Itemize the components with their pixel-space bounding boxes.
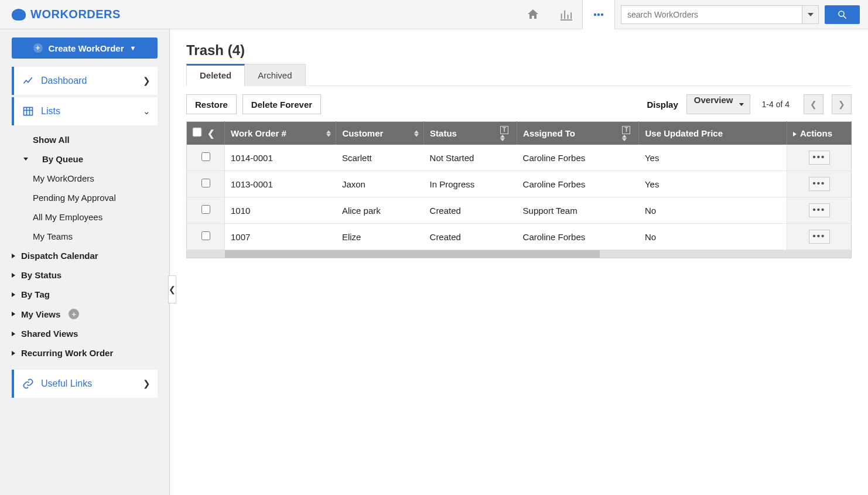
tab-archived[interactable]: Archived — [245, 64, 305, 86]
subnav-by-status[interactable]: By Status — [12, 265, 158, 285]
brand-logo-icon — [12, 9, 26, 21]
restore-button[interactable]: Restore — [186, 94, 237, 114]
nav-useful-links[interactable]: Useful Links ❯ — [12, 370, 158, 398]
col-select: ❮ — [187, 122, 225, 145]
table-horizontal-scrollbar[interactable] — [186, 250, 852, 258]
table-row[interactable]: 1007ElizeCreatedCaroline ForbesNo••• — [187, 224, 852, 250]
subnav-queue-item[interactable]: My WorkOrders — [12, 169, 158, 188]
delete-forever-button[interactable]: Delete Forever — [242, 94, 321, 114]
table-row[interactable]: 1013-0001JaxonIn ProgressCaroline Forbes… — [187, 171, 852, 197]
cell-status: In Progress — [424, 171, 517, 197]
nav-dashboard[interactable]: Dashboard ❯ — [12, 67, 158, 95]
col-updated-price[interactable]: Use Updated Price — [639, 122, 787, 145]
svg-point-0 — [594, 13, 596, 15]
select-all-checkbox[interactable] — [192, 127, 202, 137]
table-row[interactable]: 1014-0001ScarlettNot StartedCaroline For… — [187, 145, 852, 171]
display-select[interactable]: Overview — [686, 94, 750, 114]
cell-updated-price: No — [639, 197, 787, 224]
table-row[interactable]: 1010Alice parkCreatedSupport TeamNo••• — [187, 197, 852, 224]
brand-name: WORKORDERS — [30, 8, 121, 21]
sort-icon — [414, 130, 419, 136]
subnav-by-tag[interactable]: By Tag — [12, 285, 158, 304]
col-workorder[interactable]: Work Order # — [225, 122, 336, 145]
tab-deleted[interactable]: Deleted — [186, 64, 245, 86]
row-menu-button[interactable]: ••• — [809, 177, 830, 191]
nav-dashboard-label: Dashboard — [41, 76, 87, 86]
chevron-right-icon[interactable] — [793, 132, 797, 136]
topbar: WORKORDERS — [0, 0, 868, 29]
search — [621, 5, 860, 24]
pager-prev[interactable]: ❮ — [804, 94, 823, 114]
cell-actions: ••• — [787, 171, 852, 197]
chevron-left-icon[interactable]: ❮ — [207, 128, 215, 138]
cell-actions: ••• — [787, 197, 852, 224]
subnav-my-views[interactable]: My Views+ — [12, 304, 158, 324]
filter-icon: T — [622, 126, 630, 134]
svg-line-4 — [843, 16, 846, 19]
subnav-queue-item[interactable]: Pending My Approval — [12, 188, 158, 207]
cell-customer: Alice park — [336, 197, 424, 224]
subnav-recurring[interactable]: Recurring Work Order — [12, 343, 158, 363]
row-select — [187, 224, 225, 250]
cell-customer: Jaxon — [336, 171, 424, 197]
col-assigned[interactable]: Assigned ToT — [517, 122, 639, 145]
sort-icon: T — [500, 126, 512, 141]
chevron-right-icon — [12, 254, 15, 258]
subnav-queue-item[interactable]: My Teams — [12, 227, 158, 246]
chevron-right-icon — [12, 292, 15, 297]
tabs: Deleted Archived — [186, 63, 852, 86]
add-view-icon[interactable]: + — [69, 309, 79, 319]
cell-status: Created — [424, 197, 517, 224]
cell-updated-price: Yes — [639, 171, 787, 197]
dashboard-icon — [22, 75, 34, 87]
row-checkbox[interactable] — [201, 231, 210, 240]
col-status[interactable]: StatusT — [424, 122, 517, 145]
subnav-queue-item[interactable]: All My Employees — [12, 207, 158, 227]
subnav-shared-views[interactable]: Shared Views — [12, 324, 158, 343]
cell-assigned: Support Team — [517, 197, 639, 224]
pager-next[interactable]: ❯ — [832, 94, 852, 114]
cell-updated-price: Yes — [639, 145, 787, 171]
cell-status: Created — [424, 224, 517, 250]
col-actions: Actions — [787, 122, 852, 145]
row-select — [187, 197, 225, 224]
subnav-show-all[interactable]: Show All — [12, 130, 158, 149]
search-button[interactable] — [825, 5, 860, 24]
more-icon[interactable] — [582, 0, 615, 29]
cell-assigned: Caroline Forbes — [517, 224, 639, 250]
row-checkbox[interactable] — [201, 179, 210, 187]
chevron-right-icon — [12, 351, 15, 356]
sidebar: + Create WorkOrder ▼ Dashboard ❯ Lists ⌄ — [0, 29, 170, 495]
cell-assigned: Caroline Forbes — [517, 171, 639, 197]
create-workorder-button[interactable]: + Create WorkOrder ▼ — [12, 37, 158, 59]
analytics-icon[interactable] — [549, 0, 582, 29]
svg-point-3 — [839, 11, 844, 16]
row-menu-button[interactable]: ••• — [809, 203, 830, 217]
row-checkbox[interactable] — [201, 205, 210, 214]
page-title: Trash (4) — [186, 42, 852, 59]
cell-customer: Scarlett — [336, 145, 424, 171]
row-menu-button[interactable]: ••• — [809, 151, 830, 165]
sort-icon: T — [622, 126, 634, 141]
row-checkbox[interactable] — [201, 152, 210, 161]
create-label: Create WorkOrder — [49, 43, 124, 53]
home-icon[interactable] — [517, 0, 549, 29]
search-input[interactable] — [621, 5, 802, 24]
subnav-dispatch-calendar[interactable]: Dispatch Calendar — [12, 246, 158, 265]
topbar-icons — [517, 0, 615, 29]
filter-icon: T — [500, 126, 508, 134]
plus-icon: + — [33, 43, 43, 53]
col-customer[interactable]: Customer — [336, 122, 424, 145]
cell-workorder: 1010 — [225, 197, 336, 224]
nav-lists[interactable]: Lists ⌄ — [12, 97, 158, 125]
subnav-by-queue[interactable]: By Queue — [12, 149, 158, 169]
sidebar-collapse-handle[interactable]: ❮ — [168, 275, 176, 303]
search-dropdown[interactable] — [802, 5, 819, 24]
cell-status: Not Started — [424, 145, 517, 171]
svg-point-1 — [597, 13, 600, 15]
brand[interactable]: WORKORDERS — [12, 8, 121, 21]
row-select — [187, 171, 225, 197]
row-menu-button[interactable]: ••• — [809, 230, 830, 244]
cell-workorder: 1013-0001 — [225, 171, 336, 197]
cell-assigned: Caroline Forbes — [517, 145, 639, 171]
